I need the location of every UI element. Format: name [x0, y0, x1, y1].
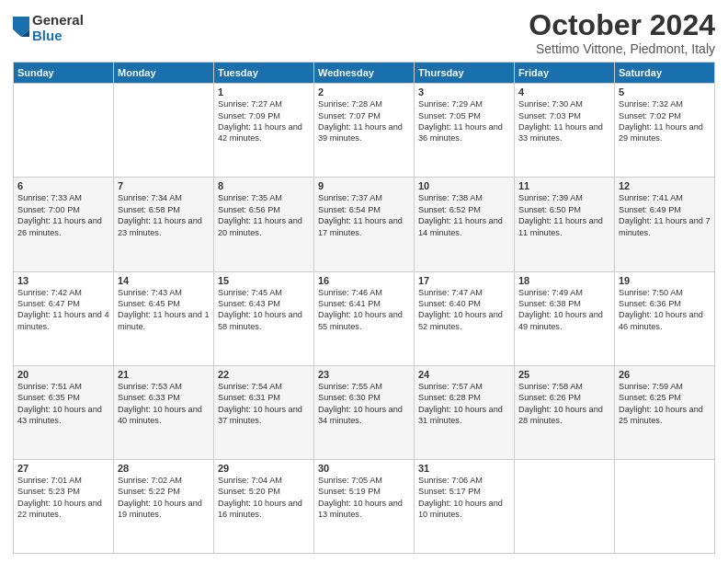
daylight-text: Daylight: 11 hours and 23 minutes.: [118, 216, 202, 236]
sunset-text: Sunset: 6:54 PM: [318, 205, 381, 214]
table-row: 29 Sunrise: 7:04 AM Sunset: 5:20 PM Dayl…: [214, 459, 314, 553]
subtitle: Settimo Vittone, Piedmont, Italy: [529, 41, 715, 56]
day-info: Sunrise: 7:28 AM Sunset: 7:07 PM Dayligh…: [318, 98, 410, 144]
col-saturday: Saturday: [615, 63, 715, 84]
title-block: October 2024 Settimo Vittone, Piedmont, …: [529, 9, 715, 56]
day-number: 3: [418, 86, 510, 98]
sunrise-text: Sunrise: 7:46 AM: [318, 288, 382, 297]
daylight-text: Daylight: 11 hours and 7 minutes.: [619, 216, 711, 236]
sunrise-text: Sunrise: 7:34 AM: [118, 193, 182, 202]
table-row: 26 Sunrise: 7:59 AM Sunset: 6:25 PM Dayl…: [615, 365, 715, 459]
day-number: 20: [17, 369, 109, 380]
day-number: 2: [318, 86, 410, 98]
table-row: 25 Sunrise: 7:58 AM Sunset: 6:26 PM Dayl…: [515, 365, 615, 459]
sunrise-text: Sunrise: 7:33 AM: [17, 193, 82, 202]
logo-icon: [13, 17, 29, 37]
table-row: 5 Sunrise: 7:32 AM Sunset: 7:02 PM Dayli…: [615, 84, 715, 178]
col-wednesday: Wednesday: [314, 63, 415, 84]
day-info: Sunrise: 7:51 AM Sunset: 6:35 PM Dayligh…: [17, 381, 109, 427]
header: General Blue October 2024 Settimo Vitton…: [13, 9, 715, 56]
sunrise-text: Sunrise: 7:29 AM: [418, 99, 483, 109]
table-row: 21 Sunrise: 7:53 AM Sunset: 6:33 PM Dayl…: [114, 365, 214, 459]
table-row: [615, 459, 715, 553]
calendar-table: Sunday Monday Tuesday Wednesday Thursday…: [13, 62, 715, 554]
day-info: Sunrise: 7:29 AM Sunset: 7:05 PM Dayligh…: [418, 98, 510, 144]
day-info: Sunrise: 7:41 AM Sunset: 6:49 PM Dayligh…: [619, 192, 711, 238]
sunrise-text: Sunrise: 7:30 AM: [518, 99, 583, 109]
daylight-text: Daylight: 10 hours and 37 minutes.: [218, 405, 302, 425]
day-number: 18: [518, 275, 610, 286]
daylight-text: Daylight: 10 hours and 34 minutes.: [318, 405, 403, 425]
daylight-text: Daylight: 10 hours and 25 minutes.: [619, 405, 703, 425]
sunrise-text: Sunrise: 7:06 AM: [418, 476, 483, 485]
daylight-text: Daylight: 10 hours and 10 minutes.: [418, 499, 503, 519]
sunset-text: Sunset: 5:19 PM: [318, 487, 381, 496]
daylight-text: Daylight: 10 hours and 55 minutes.: [318, 310, 403, 330]
calendar-week-row: 27 Sunrise: 7:01 AM Sunset: 5:23 PM Dayl…: [14, 459, 715, 553]
day-info: Sunrise: 7:27 AM Sunset: 7:09 PM Dayligh…: [218, 98, 310, 144]
daylight-text: Daylight: 10 hours and 40 minutes.: [118, 405, 202, 425]
daylight-text: Daylight: 11 hours and 29 minutes.: [619, 122, 703, 143]
table-row: 17 Sunrise: 7:47 AM Sunset: 6:40 PM Dayl…: [415, 271, 515, 365]
sunrise-text: Sunrise: 7:47 AM: [418, 288, 483, 297]
sunrise-text: Sunrise: 7:53 AM: [118, 382, 182, 391]
logo-blue: Blue: [32, 29, 84, 44]
day-info: Sunrise: 7:02 AM Sunset: 5:22 PM Dayligh…: [118, 475, 210, 521]
sunrise-text: Sunrise: 7:49 AM: [518, 288, 583, 297]
sunset-text: Sunset: 6:38 PM: [518, 299, 581, 308]
day-number: 8: [218, 180, 310, 191]
daylight-text: Daylight: 10 hours and 46 minutes.: [619, 310, 703, 330]
sunset-text: Sunset: 5:22 PM: [118, 487, 180, 496]
day-info: Sunrise: 7:46 AM Sunset: 6:41 PM Dayligh…: [318, 287, 410, 333]
day-info: Sunrise: 7:38 AM Sunset: 6:52 PM Dayligh…: [418, 192, 510, 238]
sunset-text: Sunset: 6:36 PM: [619, 299, 681, 308]
daylight-text: Daylight: 10 hours and 31 minutes.: [418, 405, 503, 425]
sunrise-text: Sunrise: 7:41 AM: [619, 193, 683, 202]
day-number: 22: [218, 369, 310, 380]
day-number: 14: [118, 275, 210, 286]
daylight-text: Daylight: 10 hours and 52 minutes.: [418, 310, 503, 330]
day-info: Sunrise: 7:06 AM Sunset: 5:17 PM Dayligh…: [418, 475, 510, 521]
day-number: 9: [318, 180, 410, 191]
sunset-text: Sunset: 6:47 PM: [17, 299, 80, 308]
day-number: 26: [619, 369, 711, 380]
sunset-text: Sunset: 7:05 PM: [418, 111, 481, 121]
sunset-text: Sunset: 6:49 PM: [619, 205, 681, 214]
sunset-text: Sunset: 7:00 PM: [17, 205, 80, 214]
day-number: 23: [318, 369, 410, 380]
table-row: 23 Sunrise: 7:55 AM Sunset: 6:30 PM Dayl…: [314, 365, 415, 459]
sunset-text: Sunset: 6:56 PM: [218, 205, 280, 214]
table-row: [14, 84, 114, 178]
table-row: 18 Sunrise: 7:49 AM Sunset: 6:38 PM Dayl…: [515, 271, 615, 365]
daylight-text: Daylight: 11 hours and 11 minutes.: [518, 216, 603, 236]
table-row: 12 Sunrise: 7:41 AM Sunset: 6:49 PM Dayl…: [615, 178, 715, 271]
col-tuesday: Tuesday: [214, 63, 314, 84]
sunrise-text: Sunrise: 7:27 AM: [218, 99, 282, 109]
logo-general: General: [32, 13, 84, 29]
sunrise-text: Sunrise: 7:04 AM: [218, 476, 282, 485]
sunset-text: Sunset: 5:17 PM: [418, 487, 481, 496]
sunset-text: Sunset: 6:28 PM: [418, 393, 481, 402]
daylight-text: Daylight: 11 hours and 1 minute.: [118, 310, 210, 330]
table-row: 11 Sunrise: 7:39 AM Sunset: 6:50 PM Dayl…: [515, 178, 615, 271]
calendar-week-row: 20 Sunrise: 7:51 AM Sunset: 6:35 PM Dayl…: [14, 365, 715, 459]
logo-text: General Blue: [32, 13, 84, 43]
sunset-text: Sunset: 6:30 PM: [318, 393, 381, 402]
sunset-text: Sunset: 6:52 PM: [418, 205, 481, 214]
calendar-week-row: 1 Sunrise: 7:27 AM Sunset: 7:09 PM Dayli…: [14, 84, 715, 178]
day-info: Sunrise: 7:57 AM Sunset: 6:28 PM Dayligh…: [418, 381, 510, 427]
day-number: 12: [619, 180, 711, 191]
table-row: 19 Sunrise: 7:50 AM Sunset: 6:36 PM Dayl…: [615, 271, 715, 365]
col-friday: Friday: [515, 63, 615, 84]
col-sunday: Sunday: [14, 63, 114, 84]
sunrise-text: Sunrise: 7:32 AM: [619, 99, 683, 109]
day-number: 5: [619, 86, 711, 98]
daylight-text: Daylight: 11 hours and 4 minutes.: [17, 310, 109, 330]
day-info: Sunrise: 7:37 AM Sunset: 6:54 PM Dayligh…: [318, 192, 410, 238]
calendar-header-row: Sunday Monday Tuesday Wednesday Thursday…: [14, 63, 715, 84]
day-number: 27: [17, 463, 109, 474]
day-info: Sunrise: 7:58 AM Sunset: 6:26 PM Dayligh…: [518, 381, 610, 427]
sunrise-text: Sunrise: 7:38 AM: [418, 193, 483, 202]
daylight-text: Daylight: 10 hours and 19 minutes.: [118, 499, 202, 519]
calendar-week-row: 6 Sunrise: 7:33 AM Sunset: 7:00 PM Dayli…: [14, 178, 715, 271]
